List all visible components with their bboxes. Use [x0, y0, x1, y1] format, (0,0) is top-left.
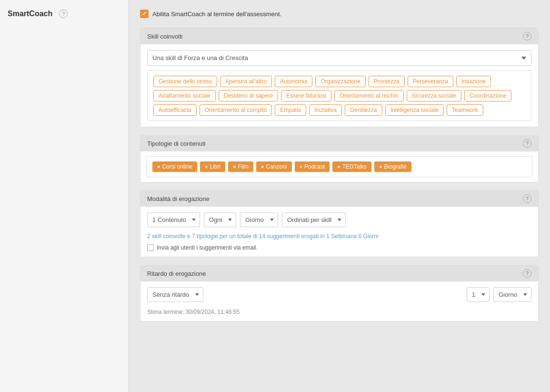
- content-section-title: Tipologie di contenuti: [147, 140, 205, 147]
- email-checkbox[interactable]: [147, 244, 154, 251]
- skill-tag[interactable]: Essere fiduciosi: [281, 90, 331, 101]
- skill-dropdown[interactable]: Una skill di Forza e una di Crescita: [147, 50, 531, 66]
- delivery-section: Modalità di erogazione ? 1 Contenuto Ogn…: [140, 190, 539, 257]
- remove-tag-icon[interactable]: ×: [337, 164, 340, 170]
- skill-tag[interactable]: Orientamento al rischio: [334, 90, 403, 101]
- remove-tag-icon[interactable]: ×: [261, 164, 264, 170]
- skill-tag[interactable]: Intelligenza sociale: [385, 104, 444, 116]
- delivery-quantity-select[interactable]: 1 Contenuto: [147, 212, 200, 227]
- enable-smartcoach-label: Abilita SmartCoach al termine dell'asses…: [152, 10, 281, 18]
- skill-tag[interactable]: Sicurezza sociale: [407, 90, 461, 101]
- content-section-help-icon[interactable]: ?: [523, 139, 531, 148]
- content-tag[interactable]: ×Biografie: [374, 161, 411, 172]
- content-tag-label: Film: [238, 163, 249, 170]
- content-tag-label: Canzoni: [266, 163, 287, 170]
- delivery-section-title: Modalità di erogazione: [147, 195, 210, 202]
- remove-tag-icon[interactable]: ×: [233, 164, 236, 170]
- delivery-period-select[interactable]: Giorno: [240, 212, 278, 227]
- remove-tag-icon[interactable]: ×: [300, 164, 302, 170]
- content-tags-row: ×Corsi online×Libri×Film×Canzoni×Podcast…: [146, 156, 532, 177]
- skill-tag[interactable]: Organizzazione: [315, 76, 365, 87]
- remove-tag-icon[interactable]: ×: [205, 164, 208, 170]
- skill-tag[interactable]: Apertura all'altro: [220, 76, 272, 87]
- estimate-text: Stima termine: 30/09/2024, 11:46:55: [147, 309, 531, 315]
- content-tag[interactable]: ×TEDTalks: [332, 161, 371, 172]
- content-tag[interactable]: ×Libri: [200, 161, 225, 172]
- skill-tag[interactable]: Empatia: [275, 104, 306, 116]
- skill-tag[interactable]: Coordinazione: [464, 90, 511, 101]
- skill-tag[interactable]: Autonomia: [275, 76, 312, 87]
- skill-section-title: Skill coinvolti: [147, 33, 182, 40]
- skill-tag[interactable]: Teamwork: [447, 104, 483, 116]
- skill-tag[interactable]: Adattamento sociale: [153, 90, 216, 101]
- content-tag-label: Libri: [210, 163, 220, 170]
- delay-section-title: Ritardo di erogazione: [147, 270, 206, 277]
- delay-section-help-icon[interactable]: ?: [523, 269, 531, 278]
- email-label: Invia agli utenti i suggerimenti via ema…: [157, 244, 258, 251]
- content-tag-label: Podcast: [304, 163, 325, 170]
- delay-type-select[interactable]: Senza ritardo: [147, 287, 203, 302]
- skill-tag[interactable]: Desiderio di sapere: [219, 90, 278, 101]
- skill-tag[interactable]: Orientamento al compito: [200, 104, 272, 116]
- skills-grid: Gestione dello stressApertura all'altroA…: [147, 70, 531, 121]
- content-tag-label: Biografie: [384, 163, 407, 170]
- skill-section: Skill coinvolti ? Una skill di Forza e u…: [140, 28, 539, 127]
- delay-unit-select[interactable]: Giorno: [493, 287, 531, 302]
- skill-section-help-icon[interactable]: ?: [523, 32, 531, 40]
- content-tag[interactable]: ×Corsi online: [152, 161, 197, 172]
- sidebar-title: SmartCoach: [8, 10, 52, 18]
- skill-tag[interactable]: Autoefficacia: [153, 104, 197, 116]
- skill-tag[interactable]: Gentilezza: [345, 104, 382, 116]
- delivery-frequency-select[interactable]: Ogni: [204, 212, 236, 227]
- skill-tag[interactable]: Intuizione: [456, 76, 491, 87]
- delivery-summary: 2 skill coinvolte e 7 tipologie per un t…: [147, 232, 531, 241]
- skill-tag[interactable]: Iniziativa: [309, 104, 342, 116]
- content-tag-label: Corsi online: [162, 163, 192, 170]
- sidebar-help-icon[interactable]: ?: [59, 10, 68, 18]
- enable-smartcoach-checkbox[interactable]: [140, 10, 149, 18]
- skill-tag[interactable]: Perseveranza: [408, 76, 453, 87]
- delay-section: Ritardo di erogazione ? Senza ritardo 1 …: [140, 265, 539, 322]
- content-tag-label: TEDTalks: [342, 163, 367, 170]
- delivery-order-select[interactable]: Ordinati per skill: [282, 212, 346, 227]
- delay-num-select[interactable]: 1: [467, 287, 490, 302]
- remove-tag-icon[interactable]: ×: [157, 164, 160, 170]
- skill-tag[interactable]: Gestione dello stress: [153, 76, 217, 87]
- content-tag[interactable]: ×Film: [228, 161, 253, 172]
- content-tag[interactable]: ×Canzoni: [256, 161, 291, 172]
- content-tag[interactable]: ×Podcast: [295, 161, 330, 172]
- content-section: Tipologie di contenuti ? ×Corsi online×L…: [140, 135, 539, 182]
- remove-tag-icon[interactable]: ×: [379, 164, 382, 170]
- delivery-section-help-icon[interactable]: ?: [523, 194, 531, 203]
- skill-tag[interactable]: Prontezza: [369, 76, 405, 87]
